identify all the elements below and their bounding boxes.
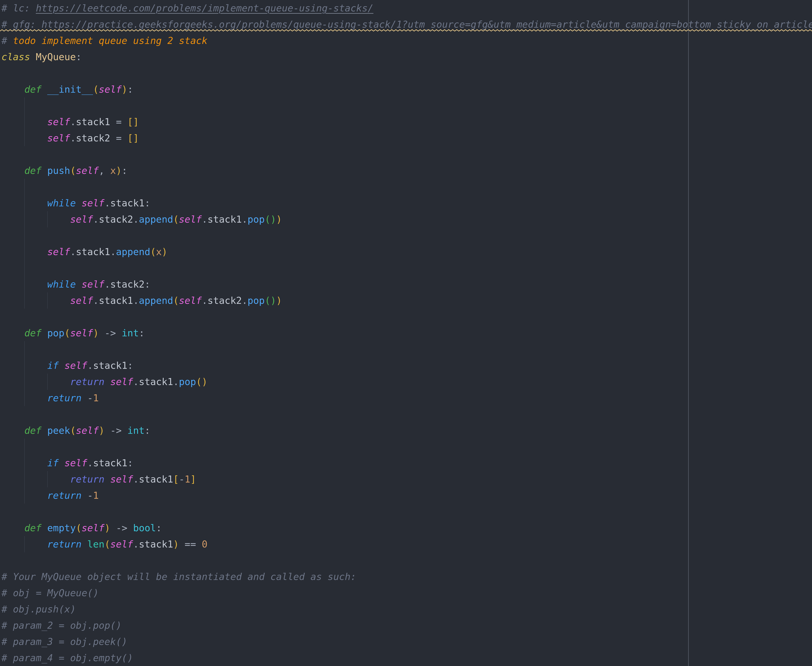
token-keyword-def: def xyxy=(25,523,47,534)
token-operator: - xyxy=(179,474,184,485)
code-line xyxy=(2,179,812,195)
code-line: # Your MyQueue object will be instantiat… xyxy=(2,569,812,585)
token-bracket-level1: ) xyxy=(276,295,282,306)
token-function-name: push xyxy=(47,165,70,176)
token-operator: == xyxy=(179,539,202,550)
code-line: # param_2 = obj.pop() xyxy=(2,617,812,633)
token-indent xyxy=(2,425,25,436)
code-line: return -1 xyxy=(2,390,812,406)
token-comment: # param_3 = obj.peek() xyxy=(2,636,127,647)
token-self: self xyxy=(70,214,93,225)
token-self: self xyxy=(70,328,93,338)
token-comment: # obj = MyQueue() xyxy=(2,587,99,598)
token-keyword-def: def xyxy=(25,328,47,338)
token-number: 1 xyxy=(93,490,99,501)
token-function-name: pop xyxy=(47,328,64,338)
token-self: self xyxy=(110,539,133,550)
code-line xyxy=(2,146,812,162)
token-keyword-return: return xyxy=(70,376,110,387)
token-function-name: append xyxy=(139,214,173,225)
token-operator: . xyxy=(133,295,139,306)
token-keyword-def: def xyxy=(25,165,47,176)
token-comment: # gfg: https://practice.geeksforgeeks.or… xyxy=(2,19,812,30)
token-type: bool xyxy=(133,523,156,534)
code-line: return len(self.stack1) == 0 xyxy=(2,536,812,552)
token-class-name: MyQueue xyxy=(36,51,76,63)
code-line xyxy=(2,406,812,422)
token-function-name: pop xyxy=(247,214,265,225)
token-operator: : xyxy=(127,360,133,371)
token-self: self xyxy=(110,376,133,387)
indent-guide xyxy=(47,292,48,308)
code-line: # obj.push(x) xyxy=(2,601,812,617)
token-self: self xyxy=(179,214,202,225)
token-function-name: __init__ xyxy=(47,84,93,95)
code-line: # gfg: https://practice.geeksforgeeks.or… xyxy=(2,16,812,33)
token-operator: : xyxy=(122,165,127,176)
token-type: int xyxy=(127,425,145,436)
token-indent xyxy=(2,328,25,338)
token-keyword-control: return xyxy=(47,392,87,404)
token-operator: - xyxy=(87,392,93,404)
token-keyword-class: class xyxy=(2,51,36,63)
token-function-name: pop xyxy=(247,295,265,306)
token-bracket-level1: ) xyxy=(116,165,122,176)
token-operator: : xyxy=(139,328,145,338)
token-self: self xyxy=(82,279,104,290)
token-indent xyxy=(2,295,70,306)
token-bracket-level2: () xyxy=(265,214,276,225)
token-operator: . xyxy=(93,295,99,306)
token-bracket-level1: ( xyxy=(150,246,156,257)
code-line: def peek(self) -> int: xyxy=(2,422,812,439)
token-operator: . xyxy=(133,214,139,225)
code-line: self.stack1.append(x) xyxy=(2,244,812,260)
token-indent xyxy=(2,84,25,95)
code-line: def push(self, x): xyxy=(2,162,812,179)
token-number: 1 xyxy=(184,474,190,485)
token-indent xyxy=(2,474,70,485)
token-operator: -> xyxy=(99,328,122,338)
code-line: # lc: https://leetcode.com/problems/impl… xyxy=(2,0,812,16)
code-line: # obj = MyQueue() xyxy=(2,585,812,601)
token-keyword-control: while xyxy=(47,198,82,209)
token-type: int xyxy=(122,328,139,338)
code-line: # todo implement queue using 2 stack xyxy=(2,33,812,49)
token-bracket-level1: [ xyxy=(173,474,179,485)
token-indent xyxy=(2,376,70,387)
token-indent xyxy=(2,523,25,534)
token-comment: # Your MyQueue object will be instantiat… xyxy=(2,571,356,582)
token-bracket-level1: ) xyxy=(104,523,110,534)
token-bracket-level1: ( xyxy=(173,214,179,225)
token-identifier: stack1 xyxy=(93,360,127,371)
token-operator: : xyxy=(76,51,82,63)
token-bracket-level1: ( xyxy=(70,425,76,436)
token-bracket-level1: ) xyxy=(161,246,167,257)
token-operator: : xyxy=(145,279,150,290)
code-line: self.stack1.append(self.stack2.pop()) xyxy=(2,292,812,308)
token-operator: = xyxy=(110,132,127,143)
token-comment: # param_4 = obj.empty() xyxy=(2,652,133,663)
token-keyword-control: while xyxy=(47,279,82,290)
token-bracket-level1: ( xyxy=(70,165,76,176)
comment-link-url[interactable]: https://leetcode.com/problems/implement-… xyxy=(36,3,373,14)
token-indent xyxy=(2,214,70,225)
token-self: self xyxy=(99,84,122,95)
token-identifier: stack2 xyxy=(99,214,133,225)
token-identifier: stack2 xyxy=(208,295,242,306)
token-operator: . xyxy=(104,279,110,290)
editor[interactable]: # lc: https://leetcode.com/problems/impl… xyxy=(0,0,812,666)
code-line: while self.stack1: xyxy=(2,195,812,211)
code-line xyxy=(2,97,812,114)
token-operator: : xyxy=(127,457,133,468)
token-keyword-def: def xyxy=(25,425,47,436)
token-operator: . xyxy=(87,360,93,371)
token-operator: . xyxy=(202,295,208,306)
token-bracket-level1: ) xyxy=(122,84,127,95)
code-line: return self.stack1.pop() xyxy=(2,374,812,390)
code-lines: # lc: https://leetcode.com/problems/impl… xyxy=(2,0,812,666)
token-identifier: stack1 xyxy=(139,539,173,550)
token-self: self xyxy=(76,165,99,176)
token-self: self xyxy=(82,523,104,534)
token-self: self xyxy=(82,198,104,209)
token-operator: . xyxy=(70,132,76,143)
